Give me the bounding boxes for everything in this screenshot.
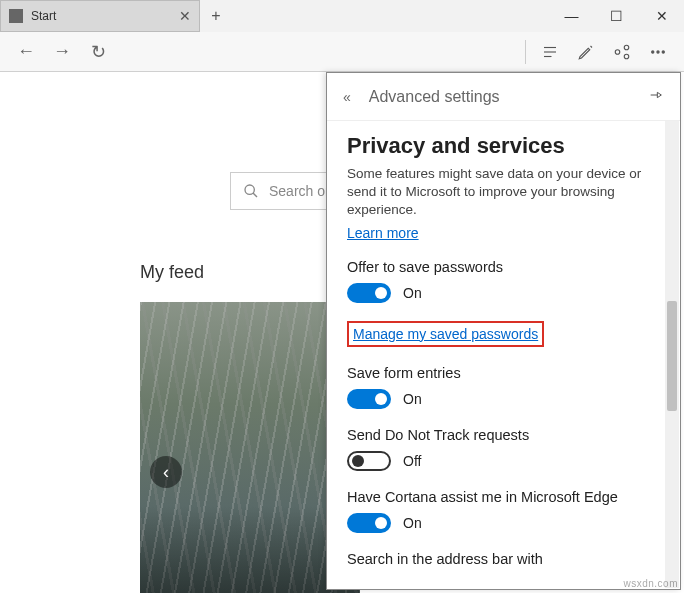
toolbar-divider — [525, 40, 526, 64]
browser-tab[interactable]: Start ✕ — [0, 0, 200, 32]
svg-point-6 — [624, 54, 629, 59]
setting-label: Send Do Not Track requests — [347, 427, 660, 443]
feed-header: My feed — [140, 262, 204, 283]
panel-header: « Advanced settings — [327, 73, 680, 121]
toolbar: ← → ↻ — [0, 32, 684, 72]
more-button[interactable] — [640, 34, 676, 70]
setting-search-engine: Search in the address bar with — [347, 551, 660, 567]
manage-passwords-link[interactable]: Manage my saved passwords — [353, 326, 538, 342]
forward-button[interactable]: → — [44, 34, 80, 70]
search-placeholder: Search or — [269, 183, 330, 199]
reading-view-icon — [541, 43, 559, 61]
setting-cortana: Have Cortana assist me in Microsoft Edge… — [347, 489, 660, 533]
learn-more-link[interactable]: Learn more — [347, 225, 419, 241]
tab-favicon — [9, 9, 23, 23]
carousel-prev-button[interactable]: ‹ — [150, 456, 182, 488]
section-title: Privacy and services — [347, 133, 660, 159]
titlebar: Start ✕ + — ☐ ✕ — [0, 0, 684, 32]
panel-back-button[interactable]: « — [343, 89, 351, 105]
svg-line-3 — [591, 46, 593, 48]
highlight-box: Manage my saved passwords — [347, 321, 544, 347]
pen-icon — [577, 43, 595, 61]
panel-pin-button[interactable] — [648, 87, 664, 107]
save-form-toggle[interactable] — [347, 389, 391, 409]
svg-point-5 — [624, 45, 629, 50]
svg-point-7 — [652, 50, 654, 52]
new-tab-button[interactable]: + — [200, 0, 232, 32]
panel-scrollbar[interactable] — [665, 121, 679, 588]
refresh-button[interactable]: ↻ — [80, 34, 116, 70]
notes-button[interactable] — [568, 34, 604, 70]
setting-label: Search in the address bar with — [347, 551, 660, 567]
dnt-toggle[interactable] — [347, 451, 391, 471]
setting-label: Have Cortana assist me in Microsoft Edge — [347, 489, 660, 505]
close-window-button[interactable]: ✕ — [639, 0, 684, 32]
svg-point-9 — [662, 50, 664, 52]
setting-label: Save form entries — [347, 365, 660, 381]
tab-close-icon[interactable]: ✕ — [179, 8, 191, 24]
svg-point-8 — [657, 50, 659, 52]
share-icon — [613, 43, 631, 61]
maximize-button[interactable]: ☐ — [594, 0, 639, 32]
panel-body: Privacy and services Some features might… — [327, 121, 680, 589]
reading-view-button[interactable] — [532, 34, 568, 70]
setting-dnt: Send Do Not Track requests Off — [347, 427, 660, 471]
save-passwords-toggle[interactable] — [347, 283, 391, 303]
minimize-button[interactable]: — — [549, 0, 594, 32]
search-icon — [243, 183, 259, 199]
svg-point-10 — [245, 185, 254, 194]
setting-save-passwords: Offer to save passwords On — [347, 259, 660, 303]
watermark: wsxdn.com — [623, 578, 678, 589]
scrollbar-thumb[interactable] — [667, 301, 677, 411]
back-button[interactable]: ← — [8, 34, 44, 70]
share-button[interactable] — [604, 34, 640, 70]
setting-label: Offer to save passwords — [347, 259, 660, 275]
pin-icon — [648, 87, 664, 103]
toggle-state: Off — [403, 453, 421, 469]
svg-point-4 — [615, 49, 620, 54]
settings-panel: « Advanced settings Privacy and services… — [326, 72, 681, 590]
setting-save-form: Save form entries On — [347, 365, 660, 409]
panel-title: Advanced settings — [369, 88, 648, 106]
toggle-state: On — [403, 515, 422, 531]
more-icon — [649, 43, 667, 61]
cortana-toggle[interactable] — [347, 513, 391, 533]
svg-line-11 — [253, 193, 257, 197]
toggle-state: On — [403, 391, 422, 407]
toggle-state: On — [403, 285, 422, 301]
tab-title: Start — [31, 9, 56, 23]
window-controls: — ☐ ✕ — [549, 0, 684, 32]
section-description: Some features might save data on your de… — [347, 165, 660, 220]
